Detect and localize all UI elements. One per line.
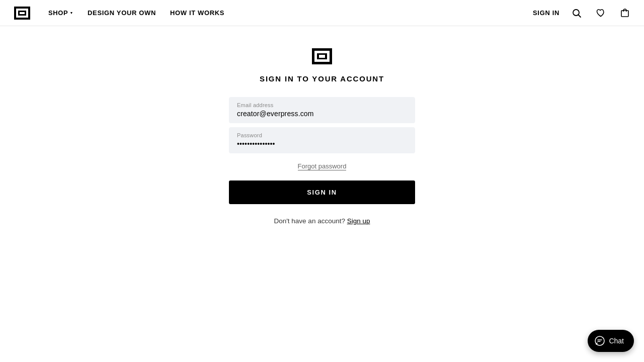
sign-in-button[interactable]: SIGN IN — [229, 180, 415, 204]
svg-rect-7 — [621, 11, 628, 17]
svg-rect-4 — [20, 12, 25, 14]
email-field[interactable] — [237, 110, 407, 118]
nav-how-it-works[interactable]: HOW IT WORKS — [170, 9, 224, 17]
main-content: SIGN IN TO YOUR ACCOUNT Email address Pa… — [0, 26, 644, 225]
page-title: SIGN IN TO YOUR ACCOUNT — [260, 74, 384, 83]
password-field[interactable] — [237, 140, 407, 148]
email-input-group: Email address — [229, 97, 415, 123]
header-sign-in-link[interactable]: SIGN IN — [533, 9, 559, 17]
forgot-password-container: Forgot password — [229, 161, 415, 170]
cart-button[interactable] — [618, 6, 632, 20]
nav-shop[interactable]: SHOP — [48, 9, 73, 17]
search-icon — [572, 8, 582, 18]
nav-design-your-own[interactable]: DESIGN YOUR OWN — [88, 9, 156, 17]
sign-up-link[interactable]: Sign up — [347, 217, 370, 225]
sign-in-form: Email address Password Forgot password S… — [229, 97, 415, 225]
password-label: Password — [237, 132, 407, 138]
main-nav: SHOP DESIGN YOUR OWN HOW IT WORKS — [48, 9, 224, 17]
heart-icon — [596, 8, 606, 18]
cart-icon — [620, 8, 630, 18]
email-label: Email address — [237, 102, 407, 108]
no-account-text: Don't have an account? — [274, 217, 345, 225]
svg-rect-12 — [319, 55, 325, 58]
brand-logo-header[interactable] — [12, 5, 32, 22]
account-prompt: Don't have an account? Sign up — [229, 217, 415, 225]
search-button[interactable] — [570, 6, 584, 20]
header: SHOP DESIGN YOUR OWN HOW IT WORKS SIGN I… — [0, 0, 644, 26]
svg-line-6 — [579, 15, 581, 17]
forgot-password-link[interactable]: Forgot password — [298, 162, 347, 170]
header-left: SHOP DESIGN YOUR OWN HOW IT WORKS — [12, 5, 224, 22]
chat-label: Chat — [609, 337, 624, 345]
header-right: SIGN IN — [533, 6, 632, 20]
password-input-group: Password — [229, 127, 415, 153]
chat-icon — [595, 336, 605, 346]
brand-logo-main — [310, 46, 334, 66]
chat-widget[interactable]: Chat — [588, 330, 634, 352]
wishlist-button[interactable] — [594, 6, 608, 20]
